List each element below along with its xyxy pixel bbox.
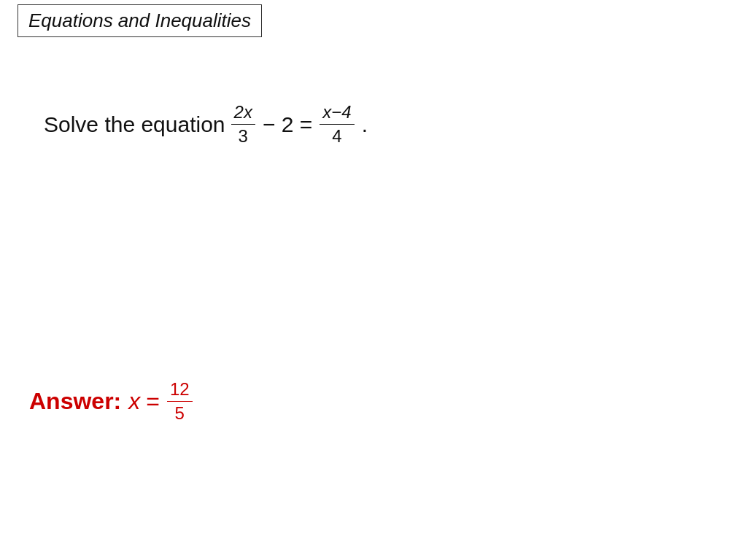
lhs-numerator: 2x bbox=[231, 102, 255, 125]
lhs-denominator: 3 bbox=[236, 125, 251, 147]
lhs-fraction: 2x 3 bbox=[231, 102, 255, 147]
rhs-fraction: x−4 4 bbox=[320, 102, 354, 147]
answer-area: Answer: x = 12 5 bbox=[29, 379, 194, 424]
answer-fraction: 12 5 bbox=[167, 379, 193, 424]
rhs-numerator: x−4 bbox=[320, 102, 354, 125]
answer-numerator: 12 bbox=[167, 379, 193, 402]
rhs-denominator: 4 bbox=[329, 125, 344, 147]
equation-period: . bbox=[362, 112, 368, 137]
equation-minus: − 2 = bbox=[263, 112, 312, 137]
problem-area: Solve the equation 2x 3 − 2 = x−4 4 . bbox=[44, 102, 374, 147]
page-title: Equations and Inequalities bbox=[18, 4, 262, 37]
answer-equals: = bbox=[146, 388, 160, 415]
answer-denominator: 5 bbox=[172, 402, 187, 424]
answer-variable: x bbox=[128, 388, 140, 415]
problem-prefix: Solve the equation bbox=[44, 112, 225, 137]
answer-label: Answer: bbox=[29, 388, 121, 415]
